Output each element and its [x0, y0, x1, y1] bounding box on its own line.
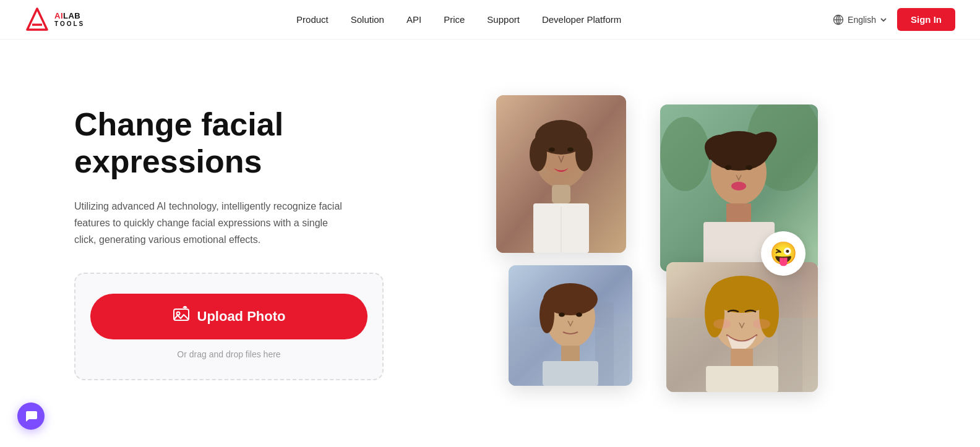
- emoji-badge: 😜: [761, 231, 806, 276]
- svg-rect-33: [614, 315, 629, 386]
- logo[interactable]: AILAB TOOLS: [25, 7, 85, 32]
- nav-solution[interactable]: Solution: [351, 14, 384, 25]
- drag-drop-text: Or drag and drop files here: [90, 349, 368, 359]
- upload-photo-label: Upload Photo: [197, 309, 286, 325]
- svg-point-26: [746, 165, 753, 170]
- photo-collage: 😜: [496, 95, 818, 392]
- image-upload-icon: [173, 306, 190, 323]
- svg-point-38: [576, 312, 582, 317]
- chat-icon: [24, 409, 38, 423]
- logo-ai-text: AI: [54, 11, 63, 20]
- svg-point-13: [530, 137, 547, 171]
- svg-point-22: [660, 117, 710, 191]
- logo-icon: [25, 7, 49, 32]
- photo-card-1: [496, 95, 626, 253]
- svg-point-25: [725, 165, 732, 170]
- nav-price[interactable]: Price: [444, 14, 465, 25]
- hero-left: Change facial expressions Utilizing adva…: [74, 106, 384, 380]
- svg-point-14: [575, 137, 593, 171]
- svg-rect-51: [706, 366, 778, 392]
- photo-card-4: [666, 262, 818, 392]
- nav-links: Product Solution API Price Support Devel…: [296, 14, 621, 25]
- svg-point-16: [567, 147, 574, 151]
- svg-point-15: [549, 147, 555, 151]
- language-button[interactable]: English: [833, 14, 887, 25]
- logo-tools-text: TOOLS: [54, 20, 85, 27]
- nav-api[interactable]: API: [406, 14, 421, 25]
- upload-photo-button[interactable]: Upload Photo: [90, 294, 368, 339]
- logo-lab-text: LAB: [63, 11, 80, 20]
- photo-3-svg: [509, 265, 632, 386]
- signin-button[interactable]: Sign In: [897, 8, 955, 31]
- svg-rect-28: [726, 203, 751, 222]
- svg-point-47: [759, 288, 779, 338]
- photo-card-3: [509, 265, 632, 386]
- nav-support[interactable]: Support: [487, 14, 520, 25]
- photo-1-svg: [496, 95, 626, 253]
- svg-rect-39: [561, 346, 580, 361]
- svg-point-36: [539, 296, 554, 333]
- chat-bubble[interactable]: [17, 402, 45, 430]
- svg-point-37: [559, 312, 565, 317]
- hero-title: Change facial expressions: [74, 106, 384, 181]
- nav-product[interactable]: Product: [296, 14, 329, 25]
- svg-point-46: [705, 288, 724, 338]
- hero-section: Change facial expressions Utilizing adva…: [0, 40, 980, 447]
- nav-developer-platform[interactable]: Developer Platform: [542, 14, 621, 25]
- svg-rect-40: [543, 361, 598, 386]
- photo-4-svg: [666, 262, 818, 392]
- chevron-down-icon: [880, 16, 887, 23]
- navbar: AILAB TOOLS Product Solution API Price S…: [0, 0, 980, 40]
- language-label: English: [848, 15, 876, 25]
- hero-right: 😜: [384, 89, 931, 398]
- emoji-icon: 😜: [770, 241, 797, 266]
- hero-description: Utilizing advanced AI technology, intell…: [74, 198, 346, 249]
- nav-right: English Sign In: [833, 8, 955, 31]
- svg-rect-50: [731, 349, 753, 366]
- svg-rect-43: [778, 275, 802, 392]
- upload-box: Upload Photo Or drag and drop files here: [74, 273, 384, 380]
- svg-point-48: [713, 319, 731, 329]
- upload-icon: [173, 306, 190, 327]
- svg-point-49: [753, 319, 770, 329]
- globe-icon: [833, 14, 844, 25]
- svg-point-27: [731, 182, 746, 190]
- svg-marker-0: [27, 9, 47, 30]
- svg-rect-17: [552, 185, 570, 203]
- svg-point-7: [176, 312, 179, 315]
